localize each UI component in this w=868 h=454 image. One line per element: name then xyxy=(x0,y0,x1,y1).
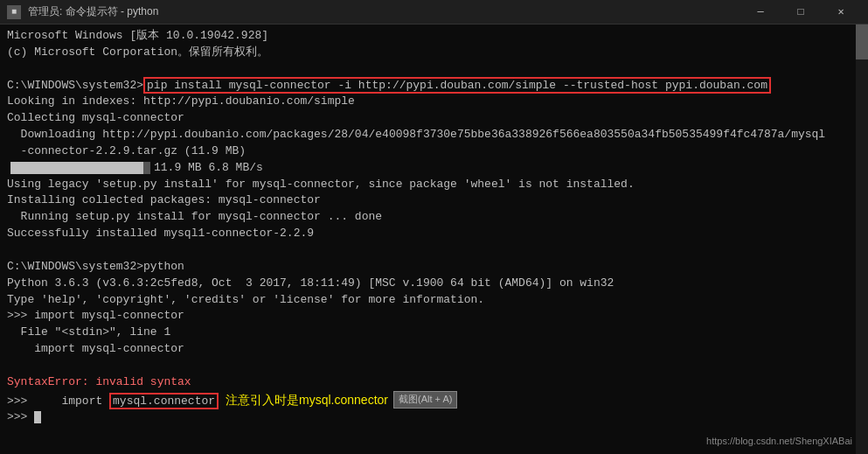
line-15: Python 3.6.3 (v3.6.3:2c5fed8, Oct 3 2017… xyxy=(7,276,614,290)
line-14-cmd: python xyxy=(143,260,184,273)
console-window: Microsoft Windows [版本 10.0.19042.928] (c… xyxy=(0,24,868,454)
watermark: https://blog.csdn.net/ShengXIABai xyxy=(706,435,852,449)
line-19: import mysql-connector xyxy=(7,342,184,355)
minimize-button[interactable]: — xyxy=(740,0,781,24)
line-7: -connector-2.2.9.tar.gz (11.9 MB) xyxy=(7,144,246,157)
line-9: Using legacy 'setup.py install' for mysq… xyxy=(7,178,635,191)
line-17: >>> import mysql-connector xyxy=(7,309,184,322)
line-5: Collecting mysql-connector xyxy=(7,111,184,124)
annotation-text: 注意引入时是mysql.connector xyxy=(226,391,388,409)
maximize-button[interactable]: □ xyxy=(781,0,821,24)
scrollbar-thumb[interactable] xyxy=(856,24,868,59)
line-16: Type 'help', 'copyright', 'credits' or '… xyxy=(7,293,484,306)
cursor xyxy=(34,411,41,423)
connector-highlight: mysql.connector xyxy=(109,393,219,409)
line-18: File "<stdin>", line 1 xyxy=(7,325,170,339)
line-23: >>> xyxy=(7,410,34,423)
line-11: Running setup.py install for mysql-conne… xyxy=(7,210,382,223)
line-22-prefix: >>> import xyxy=(7,395,109,408)
line-6: Downloading http://pypi.doubanio.com/pac… xyxy=(7,128,825,141)
pip-command-highlight: pip install mysql-connector -i http://py… xyxy=(143,77,771,94)
window-title: 管理员: 命令提示符 - python xyxy=(28,4,158,19)
line-2: (c) Microsoft Corporation。保留所有权利。 xyxy=(7,45,268,59)
console-output-2: Using legacy 'setup.py install' for mysq… xyxy=(7,177,863,427)
window-controls: — □ ✕ xyxy=(740,0,861,24)
progress-text: 11.9 MB 6.8 MB/s xyxy=(154,160,263,177)
cmd-icon: ■ xyxy=(7,5,21,19)
line-4: Looking in indexes: http://pypi.doubanio… xyxy=(7,94,355,108)
title-bar-left: ■ 管理员: 命令提示符 - python xyxy=(7,4,158,19)
line-3-prefix: C:\WINDOWS\system32> xyxy=(7,79,143,92)
close-button[interactable]: ✕ xyxy=(821,0,861,24)
line-14-prefix: C:\WINDOWS\system32> xyxy=(7,260,143,273)
scrollbar[interactable] xyxy=(856,24,868,454)
console-output: Microsoft Windows [版本 10.0.19042.928] (c… xyxy=(7,28,863,160)
title-bar: ■ 管理员: 命令提示符 - python — □ ✕ xyxy=(0,0,868,24)
line-12: Successfully installed mysql1-connector-… xyxy=(7,227,314,240)
line-10: Installing collected packages: mysql-con… xyxy=(7,193,321,206)
line-1: Microsoft Windows [版本 10.0.19042.928] xyxy=(7,29,268,42)
syntax-error-line: SyntaxError: invalid syntax xyxy=(7,375,191,388)
screenshot-badge: 截图(Alt + A) xyxy=(393,391,457,409)
annotation-container: 注意引入时是mysql.connector截图(Alt + A) xyxy=(226,391,457,409)
progress-bar-fill xyxy=(10,162,143,174)
progress-bar xyxy=(10,162,150,174)
progress-line: 11.9 MB 6.8 MB/s xyxy=(7,160,863,177)
